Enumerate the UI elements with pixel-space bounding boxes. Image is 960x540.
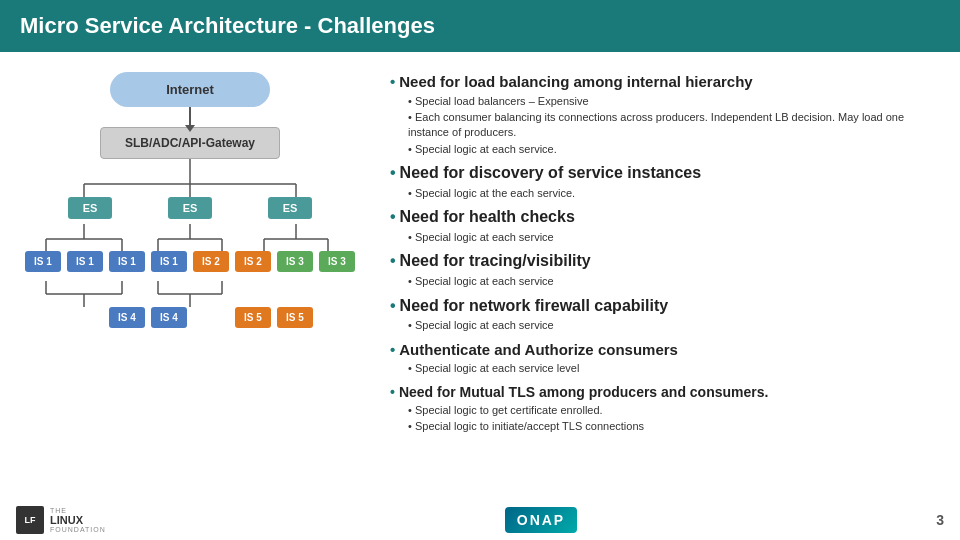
is-row-2: IS 4 IS 4 IS 5 IS 5 — [20, 307, 360, 328]
bullet-6-sub-1: Special logic at each service level — [408, 361, 940, 376]
is2-box-2: IS 2 — [235, 251, 271, 272]
bullet-3: •Need for health checks Special logic at… — [390, 207, 940, 245]
is1-box-3: IS 1 — [109, 251, 145, 272]
is3-box-2: IS 3 — [319, 251, 355, 272]
internet-cloud: Internet — [110, 72, 270, 107]
bullet-5: •Need for network firewall capability Sp… — [390, 296, 940, 334]
internet-label: Internet — [166, 82, 214, 97]
linux-foundation-logo: LF THE LINUX FOUNDATION — [16, 506, 106, 534]
slb-label: SLB/ADC/API-Gateway — [125, 136, 255, 150]
is5-box-1: IS 5 — [235, 307, 271, 328]
es-box-1: ES — [68, 197, 112, 219]
bullet-2-main: •Need for discovery of service instances — [390, 163, 940, 184]
bullet-4: •Need for tracing/visibility Special log… — [390, 251, 940, 289]
is1-box-4: IS 1 — [151, 251, 187, 272]
is3-box-1: IS 3 — [277, 251, 313, 272]
bullet-1-sub-3: Special logic at each service. — [408, 142, 940, 157]
bullet-6: •Authenticate and Authorize consumers Sp… — [390, 340, 940, 377]
page-number: 3 — [936, 512, 944, 528]
lf-linux-text: LINUX — [50, 514, 106, 526]
is-row-1: IS 1 IS 1 IS 1 IS 1 IS 2 IS 2 IS 3 IS 3 — [20, 251, 360, 272]
bullet-2-sub-1: Special logic at the each service. — [408, 186, 940, 201]
bullet-1-sub-1: Special load balancers – Expensive — [408, 94, 940, 109]
es-row: ES ES ES — [20, 197, 360, 219]
right-panel: •Need for load balancing among internal … — [380, 52, 960, 540]
bullet-5-sub-1: Special logic at each service — [408, 318, 940, 333]
onap-badge: ONAP — [505, 507, 577, 533]
lf-foundation-text: FOUNDATION — [50, 526, 106, 533]
is1-box-1: IS 1 — [25, 251, 61, 272]
bullet-1: •Need for load balancing among internal … — [390, 72, 940, 157]
bullet-4-main: •Need for tracing/visibility — [390, 251, 940, 272]
onap-logo: ONAP — [505, 507, 577, 533]
bullet-1-main: •Need for load balancing among internal … — [390, 72, 940, 92]
service-diagram: ES ES ES IS 1 IS 1 IS 1 IS 1 IS 2 IS 2 I… — [20, 159, 360, 349]
bullet-7-sub-2: Special logic to initiate/accept TLS con… — [408, 419, 940, 434]
bullet-4-sub-1: Special logic at each service — [408, 274, 940, 289]
lf-text-block: THE LINUX FOUNDATION — [50, 507, 106, 533]
es-box-2: ES — [168, 197, 212, 219]
is4-box-2: IS 4 — [151, 307, 187, 328]
bullet-7-sub-1: Special logic to get certificate enrolle… — [408, 403, 940, 418]
bullet-5-main: •Need for network firewall capability — [390, 296, 940, 317]
bullet-3-main: •Need for health checks — [390, 207, 940, 228]
is5-box-2: IS 5 — [277, 307, 313, 328]
footer: LF THE LINUX FOUNDATION ONAP 3 — [0, 506, 960, 534]
bullet-1-sub-2: Each consumer balancing its connections … — [408, 110, 940, 141]
is1-box-2: IS 1 — [67, 251, 103, 272]
bullet-7: •Need for Mutual TLS among producers and… — [390, 383, 940, 435]
bullet-2: •Need for discovery of service instances… — [390, 163, 940, 201]
page-header: Micro Service Architecture - Challenges — [0, 0, 960, 52]
bullet-6-main: •Authenticate and Authorize consumers — [390, 340, 940, 360]
is2-box-1: IS 2 — [193, 251, 229, 272]
lf-the-text: THE — [50, 507, 106, 514]
es-box-3: ES — [268, 197, 312, 219]
arrow-internet-slb — [189, 107, 191, 127]
main-content: Internet SLB/ADC/API-Gateway — [0, 52, 960, 540]
bullet-3-sub-1: Special logic at each service — [408, 230, 940, 245]
lf-icon: LF — [16, 506, 44, 534]
is4-box-1: IS 4 — [109, 307, 145, 328]
diagram-panel: Internet SLB/ADC/API-Gateway — [0, 52, 380, 540]
bullet-7-main: •Need for Mutual TLS among producers and… — [390, 383, 940, 401]
page-title: Micro Service Architecture - Challenges — [20, 13, 435, 39]
